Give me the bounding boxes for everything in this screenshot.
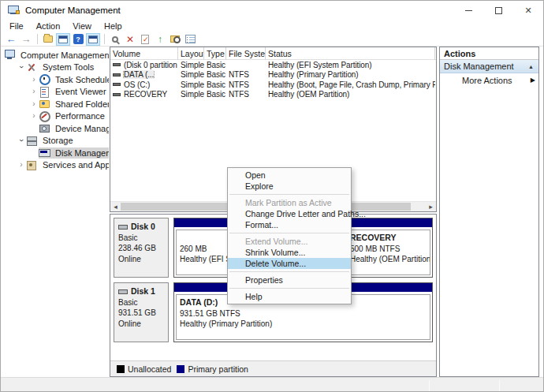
partition-size: 931.51 GB NTFS <box>180 308 427 319</box>
more-actions-item[interactable]: More Actions ▶ <box>440 73 538 87</box>
legend-item: Primary partition <box>177 364 248 374</box>
tree-item-content: Shared Folders <box>39 99 109 110</box>
properties-icon[interactable] <box>183 33 197 46</box>
find-icon[interactable] <box>168 33 182 46</box>
show-action-pane-icon[interactable] <box>86 33 100 46</box>
minimize-button[interactable] <box>453 1 483 20</box>
sidebar-item-computer-management-local-[interactable]: Computer Management (Local) <box>1 49 109 62</box>
sidebar-item-performance[interactable]: ›Performance <box>1 110 109 123</box>
disk-kind: Basic <box>118 297 168 308</box>
sidebar-item-disk-management[interactable]: Disk Management <box>1 147 109 159</box>
diskmgmt-icon <box>39 147 50 158</box>
menu-item-delete-volume[interactable]: Delete Volume... <box>228 258 351 269</box>
menu-help[interactable]: Help <box>98 20 129 32</box>
column-header-type[interactable]: Type <box>204 47 226 60</box>
back-icon[interactable]: ← <box>4 33 18 46</box>
cell-layout: Simple <box>178 61 204 69</box>
disk-state: Online <box>118 254 168 265</box>
menu-separator <box>229 194 349 195</box>
disk-kind: Basic <box>118 233 168 244</box>
legend-label: Unallocated <box>128 364 171 374</box>
check-disk-icon[interactable] <box>138 33 152 46</box>
volume-name: (Disk 0 partition 1) <box>124 61 178 69</box>
views-icon[interactable] <box>108 33 122 46</box>
maximize-button[interactable] <box>483 1 513 20</box>
expand-chevron-icon[interactable]: › <box>29 76 39 84</box>
cell-layout: Simple <box>178 90 204 99</box>
menu-item-shrink-volume[interactable]: Shrink Volume... <box>228 247 351 258</box>
column-header-file-system[interactable]: File System <box>226 47 266 60</box>
table-row[interactable]: DATA (...SimpleBasicNTFSHealthy (Primary… <box>110 70 436 80</box>
scroll-left-icon[interactable]: ◂ <box>110 202 121 211</box>
help-icon[interactable]: ? <box>71 33 85 46</box>
actions-panel-title: Actions <box>440 47 538 60</box>
collapse-chevron-icon[interactable]: › <box>17 62 25 72</box>
cell-status: Healthy (OEM Partition) <box>266 90 435 99</box>
table-row[interactable]: (Disk 0 partition 1)SimpleBasicHealthy (… <box>110 60 436 70</box>
tree-item-content: Event Viewer <box>39 86 109 97</box>
sidebar-item-event-viewer[interactable]: ›Event Viewer <box>1 86 109 99</box>
partition-box[interactable]: RECOVERY500 MB NTFSHealthy (OEM Partitio… <box>344 218 433 278</box>
sidebar-item-device-manager[interactable]: Device Manager <box>1 122 109 135</box>
menu-view[interactable]: View <box>66 20 98 32</box>
menu-item-help[interactable]: Help <box>228 291 351 302</box>
extend-icon[interactable]: ↑ <box>153 33 167 46</box>
menu-bar: FileActionViewHelp <box>1 20 543 32</box>
tree-item-label: Performance <box>53 110 107 121</box>
tree-item-label: Disk Management <box>53 147 109 159</box>
menu-item-properties[interactable]: Properties <box>228 274 351 286</box>
tools-icon <box>26 62 37 73</box>
tree-item-label: Storage <box>40 135 76 146</box>
table-row[interactable]: OS (C:)SimpleBasicNTFSHealthy (Boot, Pag… <box>110 80 436 90</box>
table-row[interactable]: RECOVERYSimpleBasicNTFSHealthy (OEM Part… <box>110 90 436 100</box>
expand-chevron-icon[interactable]: › <box>29 100 39 108</box>
disk-label-box[interactable]: Disk 1Basic931.51 GBOnline <box>114 282 169 342</box>
services-icon <box>26 160 37 170</box>
tree-item-content: System Tools <box>26 62 96 73</box>
show-console-tree-icon[interactable] <box>56 33 70 46</box>
collapse-icon[interactable]: ▲ <box>528 64 534 69</box>
shared-icon <box>39 99 50 109</box>
partition-info: RECOVERY500 MB NTFSHealthy (OEM Partitio… <box>346 230 430 275</box>
volume-name: OS (C:) <box>124 80 150 89</box>
window-controls: ✕ <box>453 1 543 20</box>
menu-item-change-drive-letter-and-paths[interactable]: Change Drive Letter and Paths... <box>228 208 351 219</box>
delete-icon[interactable]: ✕ <box>123 33 137 46</box>
column-header-volume[interactable]: Volume <box>110 47 178 60</box>
sidebar-item-shared-folders[interactable]: ›Shared Folders <box>1 98 109 110</box>
menu-file[interactable]: File <box>3 20 30 32</box>
toolbar: ←→?✕↑ <box>1 32 543 47</box>
tree-item-content: Computer Management (Local) <box>4 50 109 61</box>
close-button[interactable]: ✕ <box>513 1 543 20</box>
menu-action[interactable]: Action <box>30 20 67 32</box>
menu-item-open[interactable]: Open <box>228 170 351 181</box>
sidebar-item-task-scheduler[interactable]: ›Task Scheduler <box>1 73 109 86</box>
forward-icon[interactable]: → <box>19 33 33 46</box>
menu-item-extend-volume: Extend Volume... <box>228 236 351 247</box>
volume-name: RECOVERY <box>124 90 167 99</box>
menu-item-format[interactable]: Format... <box>228 219 351 230</box>
scroll-right-icon[interactable]: ▸ <box>426 202 436 211</box>
expand-chevron-icon[interactable]: › <box>29 112 39 120</box>
menu-separator <box>229 271 349 272</box>
cell-file-system: NTFS <box>226 70 266 79</box>
collapse-chevron-icon[interactable]: › <box>17 136 25 145</box>
tree-item-label: Shared Folders <box>53 99 109 110</box>
sidebar-item-system-tools[interactable]: ›System Tools <box>1 62 109 74</box>
legend-bar: UnallocatedPrimary partition <box>110 360 436 376</box>
cell-file-system: NTFS <box>226 80 266 89</box>
sidebar-item-services-and-applications[interactable]: ›Services and Applications <box>1 159 109 172</box>
toolbar-separator <box>104 34 105 44</box>
sidebar-item-storage[interactable]: ›Storage <box>1 135 109 147</box>
actions-group-header[interactable]: Disk Management ▲ <box>440 60 538 73</box>
menu-item-explore[interactable]: Explore <box>228 181 351 192</box>
column-header-layout[interactable]: Layout <box>178 47 204 60</box>
export-list-icon[interactable] <box>41 33 55 46</box>
volume-icon <box>113 63 121 66</box>
column-header-status[interactable]: Status <box>266 47 435 60</box>
expand-chevron-icon[interactable]: › <box>17 161 26 169</box>
maximize-icon <box>495 7 502 14</box>
disk-label-box[interactable]: Disk 0Basic238.46 GBOnline <box>114 218 169 278</box>
expand-chevron-icon[interactable]: › <box>29 88 39 95</box>
cell-type: Basic <box>204 90 226 99</box>
